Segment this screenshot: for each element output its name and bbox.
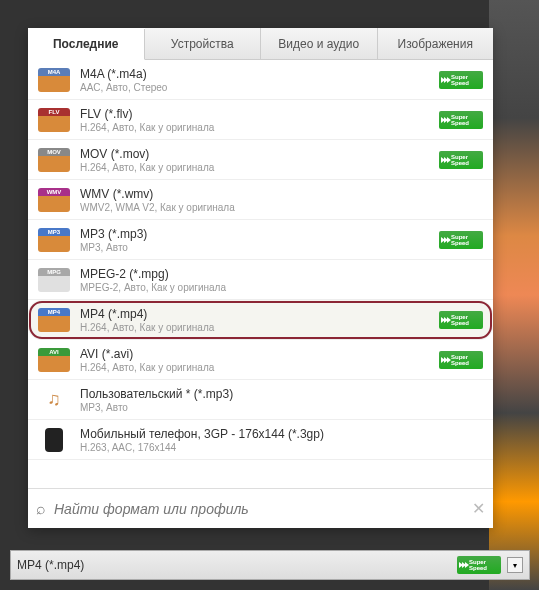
list-item[interactable]: MPGMPEG-2 (*.mpg)MPEG-2, Авто, Как у ори… xyxy=(28,260,493,300)
format-subtitle: AAC, Авто, Стерео xyxy=(80,82,439,93)
list-item[interactable]: WMVWMV (*.wmv)WMV2, WMA V2, Как у оригин… xyxy=(28,180,493,220)
format-subtitle: WMV2, WMA V2, Как у оригинала xyxy=(80,202,483,213)
format-text: WMV (*.wmv)WMV2, WMA V2, Как у оригинала xyxy=(80,187,483,213)
format-text: M4A (*.m4a)AAC, Авто, Стерео xyxy=(80,67,439,93)
format-title: Мобильный телефон, 3GP - 176x144 (*.3gp) xyxy=(80,427,483,441)
clear-icon[interactable]: ✕ xyxy=(472,499,485,518)
format-icon: MP4 xyxy=(38,308,70,332)
format-icon: MPG xyxy=(38,268,70,292)
list-item[interactable]: MP4MP4 (*.mp4)H.264, Авто, Как у оригина… xyxy=(28,300,493,340)
format-subtitle: MPEG-2, Авто, Как у оригинала xyxy=(80,282,483,293)
format-icon: WMV xyxy=(38,188,70,212)
super-speed-badge: SuperSpeed xyxy=(457,556,501,574)
format-subtitle: H.264, Авто, Как у оригинала xyxy=(80,362,439,373)
search-bar: ⌕ ✕ xyxy=(28,488,493,528)
list-item[interactable]: Мобильный телефон, 3GP - 176x144 (*.3gp)… xyxy=(28,420,493,460)
music-note-icon: ♫ xyxy=(38,388,70,412)
format-title: WMV (*.wmv) xyxy=(80,187,483,201)
tab-0[interactable]: Последние xyxy=(28,29,145,60)
format-list: M4AM4A (*.m4a)AAC, Авто, СтереоSuperSpee… xyxy=(28,60,493,488)
format-icon: MOV xyxy=(38,148,70,172)
list-item[interactable]: FLVFLV (*.flv)H.264, Авто, Как у оригина… xyxy=(28,100,493,140)
list-item[interactable]: MP3MP3 (*.mp3)MP3, АвтоSuperSpeed xyxy=(28,220,493,260)
format-subtitle: MP3, Авто xyxy=(80,242,439,253)
super-speed-badge: SuperSpeed xyxy=(439,351,483,369)
format-text: MOV (*.mov)H.264, Авто, Как у оригинала xyxy=(80,147,439,173)
tab-3[interactable]: Изображения xyxy=(378,28,494,59)
list-item[interactable]: ♫Пользовательский * (*.mp3)MP3, Авто xyxy=(28,380,493,420)
format-title: MP4 (*.mp4) xyxy=(80,307,439,321)
format-title: M4A (*.m4a) xyxy=(80,67,439,81)
phone-icon xyxy=(45,428,63,452)
format-icon: AVI xyxy=(38,348,70,372)
format-subtitle: H.263, AAC, 176x144 xyxy=(80,442,483,453)
format-subtitle: MP3, Авто xyxy=(80,402,483,413)
list-item[interactable]: M4AM4A (*.m4a)AAC, Авто, СтереоSuperSpee… xyxy=(28,60,493,100)
format-title: MPEG-2 (*.mpg) xyxy=(80,267,483,281)
background-decor xyxy=(489,0,539,590)
format-text: MP4 (*.mp4)H.264, Авто, Как у оригинала xyxy=(80,307,439,333)
search-icon: ⌕ xyxy=(36,500,46,518)
format-text: Мобильный телефон, 3GP - 176x144 (*.3gp)… xyxy=(80,427,483,453)
format-subtitle: H.264, Авто, Как у оригинала xyxy=(80,122,439,133)
format-text: AVI (*.avi)H.264, Авто, Как у оригинала xyxy=(80,347,439,373)
tab-1[interactable]: Устройства xyxy=(145,28,262,59)
format-title: MOV (*.mov) xyxy=(80,147,439,161)
format-subtitle: H.264, Авто, Как у оригинала xyxy=(80,322,439,333)
super-speed-badge: SuperSpeed xyxy=(439,111,483,129)
format-title: AVI (*.avi) xyxy=(80,347,439,361)
tab-2[interactable]: Видео и аудио xyxy=(261,28,378,59)
format-text: Пользовательский * (*.mp3)MP3, Авто xyxy=(80,387,483,413)
format-subtitle: H.264, Авто, Как у оригинала xyxy=(80,162,439,173)
list-item[interactable]: MOVMOV (*.mov)H.264, Авто, Как у оригина… xyxy=(28,140,493,180)
format-text: MP3 (*.mp3)MP3, Авто xyxy=(80,227,439,253)
tabs: ПоследниеУстройстваВидео и аудиоИзображе… xyxy=(28,28,493,60)
format-panel: ПоследниеУстройстваВидео и аудиоИзображе… xyxy=(28,28,493,528)
format-icon: FLV xyxy=(38,108,70,132)
format-title: FLV (*.flv) xyxy=(80,107,439,121)
format-icon: MP3 xyxy=(38,228,70,252)
format-icon: M4A xyxy=(38,68,70,92)
format-title: Пользовательский * (*.mp3) xyxy=(80,387,483,401)
super-speed-badge: SuperSpeed xyxy=(439,151,483,169)
super-speed-badge: SuperSpeed xyxy=(439,71,483,89)
bottom-bar: MP4 (*.mp4) SuperSpeed ▾ xyxy=(10,550,530,580)
super-speed-badge: SuperSpeed xyxy=(439,311,483,329)
format-text: MPEG-2 (*.mpg)MPEG-2, Авто, Как у оригин… xyxy=(80,267,483,293)
search-input[interactable] xyxy=(54,501,464,517)
format-title: MP3 (*.mp3) xyxy=(80,227,439,241)
dropdown-button[interactable]: ▾ xyxy=(507,557,523,573)
selected-format-label: MP4 (*.mp4) xyxy=(17,558,457,572)
super-speed-badge: SuperSpeed xyxy=(439,231,483,249)
list-item[interactable]: AVIAVI (*.avi)H.264, Авто, Как у оригина… xyxy=(28,340,493,380)
format-text: FLV (*.flv)H.264, Авто, Как у оригинала xyxy=(80,107,439,133)
